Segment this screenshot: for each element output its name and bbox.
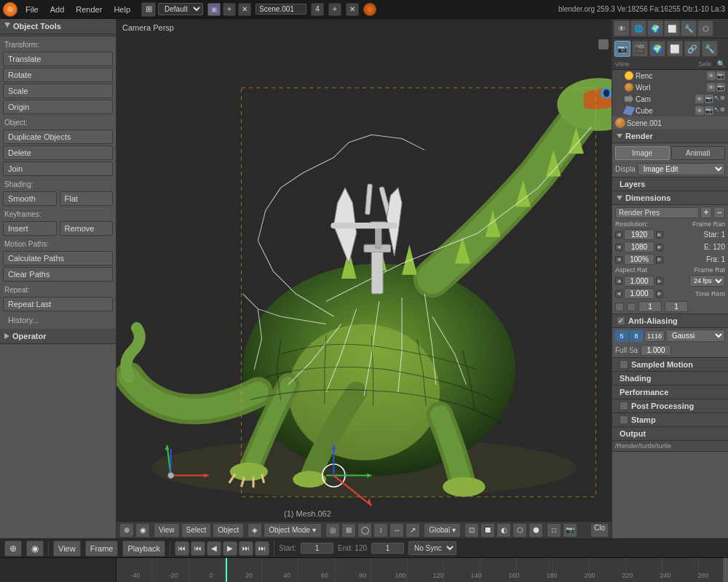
outliner-item-renc[interactable]: Renc 👁 📷 <box>612 70 728 81</box>
pct-arrow[interactable]: ◄ <box>615 256 622 263</box>
res-x-arrow-r[interactable]: ► <box>656 231 663 239</box>
vp-camera-icon[interactable]: 📷 <box>563 523 577 538</box>
fps-selector[interactable]: 24 fps <box>689 275 725 287</box>
mat-icon-btn[interactable]: ⬡ <box>697 20 713 36</box>
sampled-motion-cb[interactable] <box>620 360 628 369</box>
repeat-last-button[interactable]: Repeat Last <box>3 297 113 311</box>
render-preset-btn[interactable]: Render Pres <box>615 207 699 218</box>
timeline-header-icon[interactable]: ⊕ <box>4 541 22 557</box>
timeline-dot-icon[interactable]: ◉ <box>26 541 44 557</box>
global-selector[interactable]: Global ▾ <box>424 523 461 538</box>
renc-cam-icon[interactable]: 📷 <box>716 71 725 80</box>
origin-button[interactable]: Origin <box>3 100 113 114</box>
image-render-btn[interactable]: Image <box>615 146 670 160</box>
join-button[interactable]: Join <box>3 162 113 176</box>
pct-input[interactable] <box>624 254 654 265</box>
output-header[interactable]: Output <box>612 427 728 441</box>
stamp-cb[interactable] <box>620 415 628 424</box>
outliner-search[interactable]: 🔍 <box>717 60 725 68</box>
world-icon-btn[interactable]: 🌍 <box>647 20 663 36</box>
vp-layers-icon[interactable]: ⊡ <box>464 523 479 538</box>
object-mode-selector[interactable]: Object Mode ▾ <box>264 523 322 538</box>
layout-selector[interactable]: Default <box>158 3 203 15</box>
worl-cam-icon[interactable]: 📷 <box>716 83 725 92</box>
object-tools-header[interactable]: Object Tools <box>0 19 116 34</box>
res-y-arrow-r[interactable]: ► <box>656 244 663 251</box>
aspect-x-input[interactable] <box>624 276 654 287</box>
shading-header[interactable]: Shading <box>612 372 728 386</box>
pct-arrow-r[interactable]: ► <box>656 256 663 263</box>
timeline-scroll[interactable] <box>722 558 728 582</box>
timeline-playback-btn[interactable]: Playback <box>122 541 165 557</box>
play-reverse-btn[interactable]: ◀ <box>207 541 221 556</box>
aa-filter-selector[interactable]: Gaussi <box>666 330 725 342</box>
cam-eye-icon[interactable]: 👁 <box>695 95 704 103</box>
vp-render-icon[interactable]: 🔲 <box>480 523 495 538</box>
smooth-button[interactable]: Smooth <box>3 191 57 206</box>
world-props-btn[interactable]: 🌍 <box>649 41 665 57</box>
res-y-arrow[interactable]: ◄ <box>615 244 622 251</box>
stamp-header[interactable]: Stamp <box>612 413 728 427</box>
select-menu-btn[interactable]: Select <box>181 523 212 538</box>
vp-snap-icon[interactable]: ⊞ <box>341 523 356 538</box>
timeline-track[interactable]: -40 -20 0 20 40 60 80 100 120 140 160 18… <box>116 558 722 582</box>
rotate-button[interactable]: Rotate <box>3 68 113 82</box>
calculate-paths-button[interactable]: Calculate Paths <box>3 251 113 266</box>
jump-back-btn[interactable]: ⏮ <box>191 541 205 556</box>
outliner-item-cam[interactable]: Cam 👁 📷 ↖ ⊚ <box>612 93 728 105</box>
post-processing-header[interactable]: Post Processing <box>612 399 728 413</box>
remove-screen-btn[interactable]: ✕ <box>238 3 251 16</box>
aa-checkbox[interactable] <box>617 316 625 325</box>
preset-add-btn[interactable]: + <box>700 207 712 218</box>
menu-help[interactable]: Help <box>110 4 134 15</box>
jump-to-start-btn[interactable]: ⏮ <box>175 541 189 556</box>
operator-header[interactable]: Operator <box>0 329 116 344</box>
vp-solid-icon[interactable]: ◐ <box>496 523 511 538</box>
dimensions-header[interactable]: Dimensions <box>612 191 728 205</box>
delete-button[interactable]: Delete <box>3 146 113 160</box>
vp-icon-home[interactable]: ⊕ <box>119 523 134 538</box>
insert-keyframe-button[interactable]: Insert <box>3 221 57 236</box>
jump-to-end-btn[interactable]: ⏭ <box>255 541 269 556</box>
cube-eye-icon[interactable]: 👁 <box>695 106 704 115</box>
view-menu-btn[interactable]: View <box>154 523 180 538</box>
viewport[interactable]: Camera Persp <box>116 19 612 538</box>
res-x-arrow[interactable]: ◄ <box>615 231 622 239</box>
duplicate-button[interactable]: Duplicate Objects <box>3 129 113 144</box>
menu-render[interactable]: Render <box>72 4 106 15</box>
scene-props-btn[interactable]: 🎬 <box>632 41 648 57</box>
vp-occlude-icon[interactable]: □ <box>547 523 561 538</box>
add-screen-btn[interactable]: + <box>223 3 236 16</box>
aa-val3[interactable] <box>644 330 665 342</box>
vp-proportional-icon[interactable]: ◯ <box>357 523 372 538</box>
ay-arrow-r[interactable]: ► <box>656 290 663 298</box>
translate-button[interactable]: Translate <box>3 52 113 66</box>
flat-button[interactable]: Flat <box>60 191 114 206</box>
cube-restrict-icon[interactable]: ⊚ <box>720 106 725 115</box>
clear-paths-button[interactable]: Clear Paths <box>3 267 113 282</box>
worl-eye-icon[interactable]: 👁 <box>707 83 716 92</box>
outliner-item-worl[interactable]: Worl 👁 📷 <box>612 81 728 93</box>
cam-restrict-icon[interactable]: ⊚ <box>720 95 725 103</box>
renc-eye-icon[interactable]: 👁 <box>707 71 716 80</box>
render-props-btn[interactable]: 📷 <box>614 41 630 57</box>
add-scene-btn[interactable]: + <box>328 3 341 16</box>
vp-pivot-icon[interactable]: ◎ <box>325 523 340 538</box>
ax-arrow-r[interactable]: ► <box>656 277 663 284</box>
scene-icon-btn[interactable]: 🌐 <box>630 20 646 36</box>
mod-icon-btn[interactable]: 🔧 <box>681 20 697 36</box>
vp-wire-icon[interactable]: ⬢ <box>529 523 543 538</box>
object-mode-icon[interactable]: ◈ <box>248 523 262 538</box>
cube-cursor-icon[interactable]: ↖ <box>714 106 719 115</box>
aa-val1[interactable]: 5 <box>615 330 628 342</box>
viewport-close-btn[interactable]: Clo <box>590 523 609 538</box>
performance-header[interactable]: Performance <box>612 386 728 399</box>
timeline-frame-btn[interactable]: Frame <box>85 541 119 557</box>
vp-manip2-icon[interactable]: ↔ <box>389 523 404 538</box>
ay-arrow[interactable]: ◄ <box>615 290 622 298</box>
play-btn[interactable]: ▶ <box>223 541 237 556</box>
menu-add[interactable]: Add <box>47 4 68 15</box>
object-props-btn[interactable]: ⬜ <box>667 41 683 57</box>
cb2[interactable] <box>627 303 636 311</box>
constraint-props-btn[interactable]: 🔗 <box>684 41 700 57</box>
